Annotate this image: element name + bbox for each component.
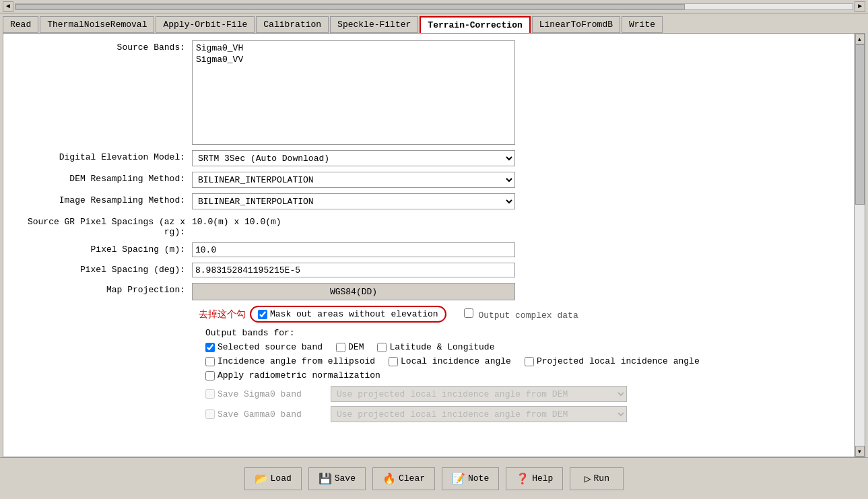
source-bands-row: Source Bands: Sigma0_VH Sigma0_VV bbox=[17, 40, 851, 145]
pixel-spacing-deg-row: Pixel Spacing (deg): bbox=[17, 263, 851, 277]
mask-checkbox[interactable] bbox=[258, 310, 267, 319]
clear-icon: 🔥 bbox=[382, 472, 396, 486]
clear-button[interactable]: 🔥 Clear bbox=[372, 467, 435, 490]
pixel-spacing-m-input[interactable] bbox=[192, 242, 515, 257]
tab-linear[interactable]: LinearToFromdB bbox=[532, 16, 620, 33]
output-complex-checkbox[interactable] bbox=[464, 308, 473, 318]
note-icon: 📝 bbox=[452, 472, 465, 486]
note-button[interactable]: 📝 Note bbox=[442, 467, 499, 490]
dem-resampling-control: BILINEAR_INTERPOLATION NEAREST_NEIGHBOUR… bbox=[192, 172, 515, 188]
tab-terrain[interactable]: Terrain-Correction bbox=[420, 16, 530, 33]
scroll-thumb bbox=[15, 4, 685, 9]
tab-read[interactable]: Read bbox=[3, 16, 38, 33]
projected-incidence-label: Projected local incidence angle bbox=[537, 356, 700, 366]
help-icon: ❓ bbox=[516, 472, 529, 486]
apply-radiometric-item: Apply radiometric normalization bbox=[205, 370, 851, 380]
run-button[interactable]: ▷ Run bbox=[570, 467, 624, 490]
scroll-left-arrow[interactable]: ◄ bbox=[3, 1, 13, 12]
dem-row: Digital Elevation Model: SRTM 3Sec (Auto… bbox=[17, 150, 851, 166]
v-scroll-thumb bbox=[855, 44, 865, 205]
pixel-spacings-value: 10.0(m) x 10.0(m) bbox=[192, 215, 515, 227]
scroll-track[interactable] bbox=[15, 3, 853, 10]
apply-radiometric-checkbox[interactable] bbox=[205, 371, 215, 380]
image-resampling-select[interactable]: BILINEAR_INTERPOLATION NEAREST_NEIGHBOUR… bbox=[192, 193, 515, 209]
main-window: ◄ ► Read ThermalNoiseRemoval Apply-Orbit… bbox=[0, 0, 868, 499]
save-gamma-select[interactable]: Use projected local incidence angle from… bbox=[331, 406, 627, 422]
save-sigma-row: Save Sigma0 band Use projected local inc… bbox=[17, 386, 851, 402]
save-icon: 💾 bbox=[319, 472, 332, 486]
run-label: Run bbox=[594, 473, 609, 484]
mask-checkbox-bordered: Mask out areas without elevation bbox=[250, 306, 446, 323]
annotation-text: 去掉这个勾 bbox=[199, 308, 246, 321]
projected-incidence-item: Projected local incidence angle bbox=[525, 356, 700, 366]
dem-resampling-row: DEM Resampling Method: BILINEAR_INTERPOL… bbox=[17, 172, 851, 188]
incidence-ellipsoid-label: Incidence angle from ellipsoid bbox=[218, 356, 375, 366]
image-resampling-row: Image Resampling Method: BILINEAR_INTERP… bbox=[17, 193, 851, 209]
load-icon: 📂 bbox=[255, 472, 268, 486]
output-complex-note: Output complex data bbox=[457, 308, 578, 321]
tab-write[interactable]: Write bbox=[622, 16, 663, 33]
dem-band-checkbox[interactable] bbox=[336, 343, 345, 352]
dem-resampling-select[interactable]: BILINEAR_INTERPOLATION NEAREST_NEIGHBOUR… bbox=[192, 172, 515, 188]
pixel-spacing-m-row: Pixel Spacing (m): bbox=[17, 242, 851, 257]
tab-calibration[interactable]: Calibration bbox=[256, 16, 329, 33]
help-button[interactable]: ❓ Help bbox=[506, 467, 563, 490]
help-label: Help bbox=[532, 473, 553, 484]
save-gamma-checkbox[interactable] bbox=[205, 409, 215, 419]
dem-label: Digital Elevation Model: bbox=[17, 150, 192, 162]
selected-source-checkbox[interactable] bbox=[205, 343, 215, 352]
save-sigma-checkbox[interactable] bbox=[205, 389, 215, 399]
pixel-spacing-m-label: Pixel Spacing (m): bbox=[17, 242, 192, 255]
scroll-right-arrow[interactable]: ► bbox=[855, 1, 865, 12]
bottom-toolbar: 📂 Load 💾 Save 🔥 Clear 📝 Note ❓ Help ▷ Ru… bbox=[0, 457, 868, 499]
save-sigma-select[interactable]: Use projected local incidence angle from… bbox=[331, 386, 627, 402]
lat-lon-checkbox[interactable] bbox=[377, 343, 387, 352]
image-resampling-label: Image Resampling Method: bbox=[17, 193, 192, 205]
output-complex-label: Output complex data bbox=[478, 310, 578, 321]
note-label: Note bbox=[468, 473, 489, 484]
vertical-scrollbar[interactable]: ▲ ▼ bbox=[854, 34, 865, 457]
pixel-spacing-deg-control bbox=[192, 263, 515, 277]
projected-incidence-checkbox[interactable] bbox=[525, 357, 534, 366]
mask-checkbox-label: Mask out areas without elevation bbox=[270, 309, 438, 319]
save-button[interactable]: 💾 Save bbox=[308, 467, 366, 490]
source-bands-listbox[interactable]: Sigma0_VH Sigma0_VV bbox=[192, 40, 515, 145]
horizontal-scrollbar[interactable]: ◄ ► bbox=[0, 0, 868, 13]
save-label: Save bbox=[335, 473, 356, 484]
tab-thermal[interactable]: ThermalNoiseRemoval bbox=[40, 16, 154, 33]
apply-radiometric-label: Apply radiometric normalization bbox=[218, 370, 380, 380]
pixel-spacing-m-control bbox=[192, 242, 515, 257]
tab-speckle[interactable]: Speckle-Filter bbox=[330, 16, 418, 33]
incidence-ellipsoid-item: Incidence angle from ellipsoid bbox=[205, 356, 375, 366]
selected-source-item: Selected source band bbox=[205, 342, 323, 352]
lat-lon-item: Latitude & Longitude bbox=[377, 342, 494, 352]
save-gamma-row: Save Gamma0 band Use projected local inc… bbox=[17, 406, 851, 422]
lat-lon-label: Latitude & Longitude bbox=[389, 342, 494, 352]
scrollable-form[interactable]: Source Bands: Sigma0_VH Sigma0_VV Digita… bbox=[3, 34, 865, 457]
map-projection-button[interactable]: WGS84(DD) bbox=[192, 283, 515, 300]
local-incidence-checkbox[interactable] bbox=[389, 357, 398, 366]
listbox-item-vh[interactable]: Sigma0_VH bbox=[194, 42, 513, 54]
dem-band-label: DEM bbox=[348, 342, 364, 352]
pixel-spacing-deg-input[interactable] bbox=[192, 263, 515, 277]
dem-select[interactable]: SRTM 3Sec (Auto Download) SRTM 1Sec (Aut… bbox=[192, 150, 515, 166]
map-projection-control: WGS84(DD) bbox=[192, 283, 515, 300]
listbox-item-vv[interactable]: Sigma0_VV bbox=[194, 54, 513, 65]
scroll-down-arrow[interactable]: ▼ bbox=[855, 446, 865, 457]
tab-orbit[interactable]: Apply-Orbit-File bbox=[156, 16, 255, 33]
clear-label: Clear bbox=[399, 473, 425, 484]
source-bands-label: Source Bands: bbox=[17, 40, 192, 53]
load-button[interactable]: 📂 Load bbox=[244, 467, 302, 490]
source-bands-control: Sigma0_VH Sigma0_VV bbox=[192, 40, 515, 145]
v-scroll-track[interactable] bbox=[855, 44, 865, 446]
tabs-container: Read ThermalNoiseRemoval Apply-Orbit-Fil… bbox=[0, 13, 868, 33]
pixel-spacing-deg-label: Pixel Spacing (deg): bbox=[17, 263, 192, 275]
incidence-ellipsoid-checkbox[interactable] bbox=[205, 357, 215, 366]
content-area: Source Bands: Sigma0_VH Sigma0_VV Digita… bbox=[3, 33, 865, 457]
dem-control: SRTM 3Sec (Auto Download) SRTM 1Sec (Aut… bbox=[192, 150, 515, 166]
pixel-spacings-label: Source GR Pixel Spacings (az x rg): bbox=[17, 215, 192, 237]
scroll-up-arrow[interactable]: ▲ bbox=[855, 34, 865, 44]
selected-source-label: Selected source band bbox=[218, 342, 323, 352]
local-incidence-label: Local incidence angle bbox=[401, 356, 511, 366]
output-bands-row2: Incidence angle from ellipsoid Local inc… bbox=[17, 356, 851, 366]
